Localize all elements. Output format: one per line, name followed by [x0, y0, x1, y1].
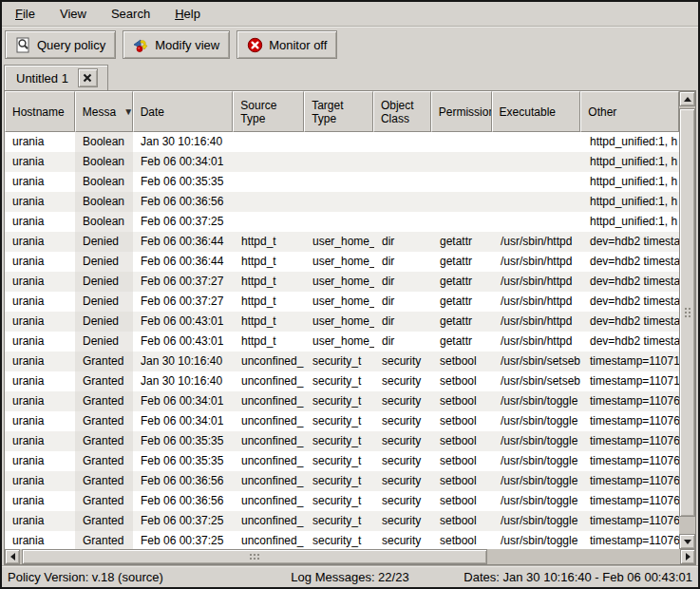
- log-view-panel: HostnameMessa▼DateSource TypeTarget Type…: [4, 90, 696, 565]
- vertical-scrollbar-track[interactable]: [679, 517, 695, 534]
- column-header-message[interactable]: Messa▼: [75, 91, 133, 132]
- cell-source-type: unconfined_: [234, 371, 305, 391]
- grip-icon: [685, 308, 691, 317]
- cell-object-class: security: [374, 431, 432, 451]
- cell-source-type: [234, 212, 305, 232]
- cell-source-type: unconfined_: [234, 391, 305, 411]
- column-header-permission[interactable]: Permission: [431, 91, 492, 132]
- cell-other: httpd_unified:1, h: [582, 212, 679, 232]
- cell-message: Granted: [75, 371, 133, 391]
- table-row[interactable]: uraniaGrantedFeb 06 00:34:01unconfined_s…: [5, 411, 679, 431]
- table-row[interactable]: uraniaBooleanFeb 06 00:35:35httpd_unifie…: [5, 172, 679, 192]
- cell-hostname: urania: [5, 531, 75, 549]
- monitor-off-button[interactable]: Monitor off: [236, 30, 337, 59]
- column-header-executable[interactable]: Executable: [492, 91, 581, 132]
- cell-target-type: security_t: [305, 491, 374, 511]
- cell-date: Feb 06 00:37:25: [133, 511, 234, 531]
- cell-target-type: security_t: [305, 411, 374, 431]
- cell-other: timestamp=11076: [582, 491, 679, 511]
- table-row[interactable]: uraniaGrantedFeb 06 00:37:25unconfined_s…: [5, 531, 679, 549]
- table-row[interactable]: uraniaBooleanJan 30 10:16:40httpd_unifie…: [5, 132, 679, 152]
- table-row[interactable]: uraniaDeniedFeb 06 00:43:01httpd_tuser_h…: [5, 332, 679, 352]
- query-policy-button[interactable]: Query policy: [5, 30, 116, 59]
- cell-date: Feb 06 00:35:35: [133, 451, 234, 471]
- table-row[interactable]: uraniaBooleanFeb 06 00:34:01httpd_unifie…: [5, 152, 679, 172]
- cell-date: Feb 06 00:35:35: [133, 172, 234, 192]
- table-row[interactable]: uraniaGrantedFeb 06 00:35:35unconfined_s…: [5, 431, 679, 451]
- cell-other: timestamp=11076: [582, 411, 679, 431]
- table-row[interactable]: uraniaGrantedFeb 06 00:37:25unconfined_s…: [5, 511, 679, 531]
- cell-source-type: unconfined_: [234, 352, 305, 371]
- cell-hostname: urania: [5, 411, 75, 431]
- cell-other: timestamp=11071: [582, 352, 679, 371]
- cell-hostname: urania: [5, 192, 75, 212]
- cell-target-type: [305, 132, 374, 152]
- column-header-label: Target Type: [312, 99, 369, 125]
- modify-view-icon: [133, 37, 149, 53]
- column-header-source-type[interactable]: Source Type: [233, 91, 304, 132]
- cell-hostname: urania: [5, 252, 75, 272]
- table-row[interactable]: uraniaBooleanFeb 06 00:36:56httpd_unifie…: [5, 192, 679, 212]
- vertical-scrollbar[interactable]: [679, 91, 695, 549]
- table-row[interactable]: uraniaDeniedFeb 06 00:36:44httpd_tuser_h…: [5, 232, 679, 252]
- scroll-left-button[interactable]: [5, 549, 20, 564]
- cell-other: dev=hdb2 timesta: [582, 272, 679, 292]
- cell-date: Feb 06 00:34:01: [133, 411, 234, 431]
- tab-untitled-1[interactable]: Untitled 1: [4, 65, 108, 90]
- column-header-target-type[interactable]: Target Type: [304, 91, 373, 132]
- column-header-other[interactable]: Other: [580, 91, 679, 132]
- tab-close-button[interactable]: [78, 68, 98, 87]
- log-messages-status: Log Messages: 22/23: [291, 570, 408, 584]
- cell-source-type: unconfined_: [234, 491, 305, 511]
- table-row[interactable]: uraniaDeniedFeb 06 00:43:01httpd_tuser_h…: [5, 312, 679, 332]
- table-row[interactable]: uraniaDeniedFeb 06 00:37:27httpd_tuser_h…: [5, 292, 679, 312]
- cell-executable: /usr/sbin/setseb: [493, 371, 582, 391]
- menu-item-search[interactable]: Search: [102, 4, 160, 24]
- cell-executable: /usr/sbin/httpd: [493, 292, 582, 312]
- cell-source-type: httpd_t: [234, 312, 305, 332]
- cell-executable: /usr/sbin/toggle: [493, 531, 582, 549]
- cell-message: Granted: [75, 471, 133, 491]
- table-row[interactable]: uraniaDeniedFeb 06 00:36:44httpd_tuser_h…: [5, 252, 679, 272]
- cell-object-class: dir: [374, 252, 432, 272]
- table-row[interactable]: uraniaDeniedFeb 06 00:37:27httpd_tuser_h…: [5, 272, 679, 292]
- column-header-object-class[interactable]: Object Class: [373, 91, 431, 132]
- tab-label: Untitled 1: [16, 71, 68, 86]
- menu-item-file[interactable]: File: [6, 4, 45, 24]
- scroll-right-button[interactable]: [680, 549, 695, 564]
- scroll-down-button[interactable]: [679, 534, 695, 549]
- cell-other: dev=hdb2 timesta: [582, 312, 679, 332]
- table-row[interactable]: uraniaGrantedFeb 06 00:34:01unconfined_s…: [5, 391, 679, 411]
- menu-item-help[interactable]: Help: [165, 4, 210, 24]
- table-row[interactable]: uraniaGrantedJan 30 10:16:40unconfined_s…: [5, 371, 679, 391]
- column-header-hostname[interactable]: Hostname: [5, 91, 75, 132]
- horizontal-scrollbar-thumb[interactable]: [22, 549, 487, 564]
- menu-item-view[interactable]: View: [50, 4, 96, 24]
- scroll-up-button[interactable]: [679, 91, 695, 106]
- arrow-up-icon: [684, 97, 691, 102]
- vertical-scrollbar-thumb[interactable]: [679, 108, 695, 517]
- horizontal-scrollbar-track[interactable]: [487, 549, 680, 564]
- table-row[interactable]: uraniaGrantedJan 30 10:16:40unconfined_s…: [5, 352, 679, 371]
- table-row[interactable]: uraniaGrantedFeb 06 00:36:56unconfined_s…: [5, 471, 679, 491]
- cell-other: dev=hdb2 timesta: [582, 292, 679, 312]
- column-header-label: Hostname: [12, 105, 65, 119]
- column-header-date[interactable]: Date: [133, 91, 234, 132]
- horizontal-scrollbar[interactable]: [5, 549, 695, 564]
- cell-executable: /usr/sbin/toggle: [493, 491, 582, 511]
- table-row[interactable]: uraniaGrantedFeb 06 00:36:56unconfined_s…: [5, 491, 679, 511]
- cell-hostname: urania: [5, 352, 75, 371]
- cell-permission: [432, 132, 493, 152]
- cell-date: Feb 06 00:43:01: [133, 332, 234, 352]
- table-row[interactable]: uraniaGrantedFeb 06 00:35:35unconfined_s…: [5, 451, 679, 471]
- cell-permission: getattr: [432, 272, 493, 292]
- cell-message: Granted: [75, 531, 133, 549]
- cell-permission: setbool: [432, 471, 493, 491]
- tab-bar: Untitled 1: [2, 63, 698, 90]
- cell-hostname: urania: [5, 172, 75, 192]
- cell-object-class: security: [374, 491, 432, 511]
- modify-view-button[interactable]: Modify view: [123, 30, 230, 59]
- monitor-off-icon: [247, 37, 263, 53]
- cell-object-class: dir: [374, 312, 432, 332]
- table-row[interactable]: uraniaBooleanFeb 06 00:37:25httpd_unifie…: [5, 212, 679, 232]
